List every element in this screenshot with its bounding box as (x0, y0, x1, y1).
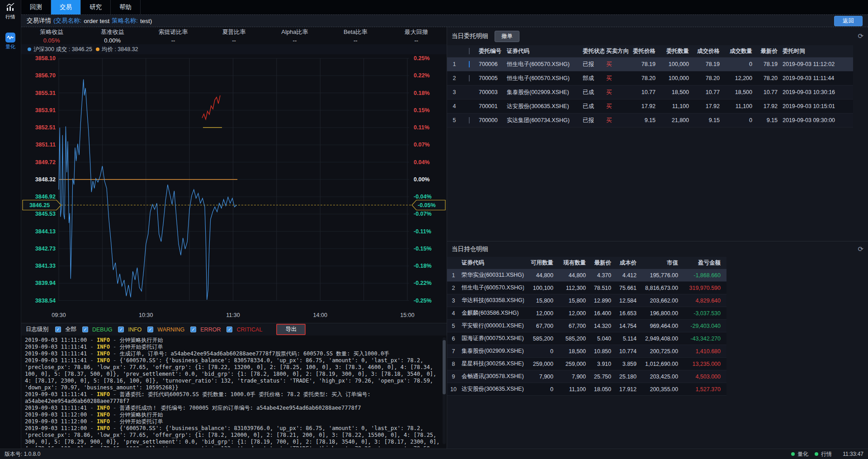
last-price-cell: 16.400 (589, 310, 614, 317)
holding-qty-cell: 585,200 (557, 336, 589, 342)
table-row[interactable]: 5700000实达集团(600734.XSHG)已报买9.1521,8009.1… (447, 114, 853, 128)
log-level-tag: INFO (97, 350, 110, 357)
deal-price-cell: 10.77 (692, 89, 723, 95)
available-qty-cell: 7,900 (524, 374, 557, 380)
row-checkbox[interactable] (469, 75, 470, 81)
sidebar-item-quant[interactable]: 量化 (0, 30, 21, 53)
security-cell: 达安股份(300635.XSHE) (505, 103, 581, 110)
row-checkbox[interactable] (469, 61, 470, 67)
row-number: 1 (447, 61, 462, 67)
log-level-tag: INFO (97, 344, 110, 350)
log-level-tag: INFO (97, 425, 110, 431)
table-row[interactable]: 9会畅通讯(300578.XSHE)7,9007,90025.75025.180… (447, 370, 726, 383)
security-cell: 会畅通讯(300578.XSHE) (460, 373, 524, 380)
security-cell: 恒生电子(600570.XSHG) (505, 61, 581, 68)
status-cell: 已成 (581, 89, 604, 96)
table-row[interactable]: 5平安银行(000001.XSHE)67,70067,70014.32014.7… (447, 320, 726, 332)
stat-label: 索提诺比率 (143, 28, 203, 36)
table-row[interactable]: 3华达科技(603358.XSHG)15,80015,80012.89012.5… (447, 294, 726, 307)
price-chart-area[interactable]: 3858.100.25%3856.700.22%3855.310.18%3853… (21, 54, 447, 323)
table-row[interactable]: 7集泰股份(002909.XSHE)018,50010.85010.774200… (447, 345, 726, 358)
select-all-checkbox[interactable] (469, 48, 470, 54)
row-number: 10 (447, 386, 460, 393)
market-value-cell: 203,662.00 (640, 298, 681, 304)
table-row[interactable]: 4金麒麟(603586.XSHG)12,00012,00016.40016.65… (447, 307, 726, 320)
legend-text: 沪深300 成交 : 3846.25 (33, 46, 92, 52)
strategy-name-label: 策略名称: (112, 17, 138, 25)
log-output[interactable]: 2019-09-03 11:11:00 - INFO - 分钟策略执行开始201… (21, 336, 447, 447)
tab-回测[interactable]: 回测 (21, 0, 51, 14)
table-row[interactable]: 10达安股份(300635.XSHE)011,10018.05017.91220… (447, 383, 726, 396)
row-number: 9 (447, 374, 460, 380)
log-level-checkbox-INFO[interactable]: ✓ (118, 327, 124, 332)
pnl-cell: -29,403.040 (681, 323, 724, 329)
pnl-cell: -3,037.530 (681, 310, 724, 317)
log-level-name: 全部 (65, 326, 76, 333)
security-cell: 华达科技(603358.XSHG) (460, 297, 524, 304)
table-row[interactable]: 6国海证券(000750.XSHE)585,200585,2005.0405.1… (447, 332, 726, 345)
table-row[interactable]: 8星星科技(300256.XSHE)259,000259,0003.9103.8… (447, 358, 726, 370)
cost-price-cell: 75.661 (614, 285, 640, 291)
orders-table: 委托编号证券代码委托状态买卖方向委托价格委托数量成交价格成交数量最新价委托时间1… (447, 45, 868, 128)
table-row[interactable]: 1700006恒生电子(600570.XSHG)已报买78.19100,0007… (447, 57, 853, 71)
refresh-icon[interactable]: ⟳ (858, 245, 863, 253)
log-timestamp: 2019-09-03 11:11:41 (25, 350, 87, 357)
tab-交易[interactable]: 交易 (51, 0, 81, 14)
tab-研究[interactable]: 研究 (81, 0, 111, 14)
row-checkbox[interactable] (469, 117, 470, 123)
log-line: 2019-09-03 11:11:41 - INFO - 分钟开始委托订单 (25, 344, 440, 350)
trade-detail-header: 交易详情 (交易名称: order test 策略名称: test) 返回 (21, 14, 868, 27)
log-message: 4: [78.16, 100, 0], 5: [78.15, 1000, 0]}… (25, 445, 433, 447)
stat-value: -- (386, 37, 447, 44)
table-row[interactable]: 2700005恒生电子(600570.XSHG)部成买78.20100,0007… (447, 71, 853, 85)
log-level-checkbox-全部[interactable]: ✓ (55, 327, 61, 332)
status-dot-icon (815, 452, 818, 456)
cancel-order-button[interactable]: 撤单 (495, 31, 519, 42)
y-axis-price-label: 3842.73 (35, 246, 56, 252)
deal-qty-cell: 0 (723, 117, 755, 123)
log-scrollbar-thumb[interactable] (443, 340, 446, 394)
security-cell: 星星科技(300256.XSHE) (460, 360, 524, 368)
chart-legend: 沪深300 成交 : 3846.25均价 : 3848.32 (21, 44, 447, 54)
deal-qty-cell: 18,500 (723, 89, 755, 95)
log-level-checkbox-CRITICAL[interactable]: ✓ (226, 327, 232, 332)
status-indicators: 量化行情11:33:47 (791, 450, 863, 458)
log-timestamp: 2019-09-03 11:11:41 (25, 344, 87, 350)
refresh-icon[interactable]: ⟳ (858, 32, 863, 40)
log-timestamp: 2019-09-03 11:11:00 (25, 337, 87, 343)
top-tab-bar: 回测交易研究帮助 (21, 0, 868, 14)
row-number: 7 (447, 348, 460, 355)
sidebar-item-market[interactable]: 行情 (0, 0, 21, 24)
log-level-checkbox-ERROR[interactable]: ✓ (190, 327, 196, 332)
last-price-cell: 78.510 (589, 285, 614, 291)
table-row[interactable]: 2恒生电子(600570.XSHG)100,100112,30078.51075… (447, 282, 726, 294)
last-price-cell: 78.20 (755, 75, 781, 81)
quant-wave-icon (5, 33, 15, 43)
stat-value: 0.00% (82, 37, 142, 44)
back-button[interactable]: 返回 (834, 16, 863, 26)
log-level-checkbox-WARNING[interactable]: ✓ (147, 327, 153, 332)
export-log-button[interactable]: 导出 (276, 324, 306, 335)
table-row[interactable]: 1荣华实业(600311.XSHG)44,80044,8004.3704.412… (447, 269, 726, 282)
log-level-checkbox-DEBUG[interactable]: ✓ (82, 327, 88, 332)
log-scrollbar[interactable] (443, 337, 446, 444)
cost-price-cell: 12.584 (614, 298, 640, 304)
y-axis-percent-label: 0.00% (414, 176, 429, 183)
deal-qty-cell: 0 (723, 61, 755, 67)
orders-panel: 当日委托明细 撤单 ⟳ 委托编号证券代码委托状态买卖方向委托价格委托数量成交价格… (447, 27, 868, 241)
row-number: 3 (447, 89, 462, 95)
y-axis-price-label: 3852.51 (35, 124, 56, 131)
holding-qty-cell: 7,900 (557, 374, 589, 380)
row-number: 6 (447, 336, 460, 342)
security-cell: 恒生电子(600570.XSHG) (505, 75, 581, 82)
available-qty-cell: 100,100 (524, 285, 557, 291)
table-row[interactable]: 3700003集泰股份(002909.XSHE)已成买10.7718,50010… (447, 85, 853, 99)
table-row[interactable]: 4700001达安股份(300635.XSHE)已成买17.9211,10017… (447, 99, 853, 114)
security-cell: 恒生电子(600570.XSHG) (460, 284, 524, 292)
trading-app-window: 行情 量化 回测交易研究帮助 交易详情 (交易名称: order test 策略… (0, 0, 868, 459)
log-level-tag: INFO (97, 391, 110, 397)
stat-基准收益: 基准收益0.00% (82, 28, 142, 44)
tab-帮助[interactable]: 帮助 (111, 0, 141, 14)
column-header: 现有数量 (557, 259, 589, 267)
pnl-cell: 13,235.000 (681, 361, 724, 367)
